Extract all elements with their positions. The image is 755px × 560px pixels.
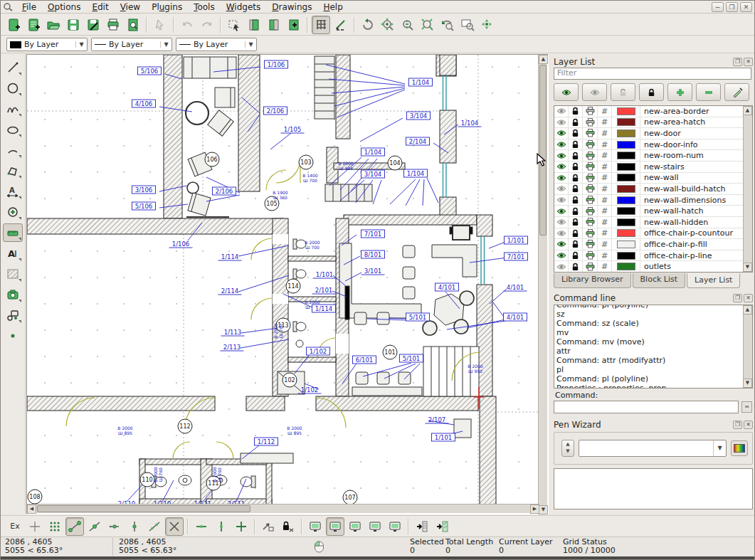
snap-dot-icon[interactable] (3, 327, 23, 345)
layer-visible-icon[interactable] (554, 162, 569, 172)
redo-icon[interactable] (198, 16, 216, 34)
zoom-in-icon[interactable] (379, 16, 397, 34)
set-relative-zero-icon[interactable] (259, 517, 278, 536)
select-window-icon[interactable] (225, 16, 243, 34)
hscroll-thumb[interactable] (37, 505, 250, 512)
block-tool-icon[interactable] (3, 306, 23, 324)
layer-row[interactable]: #new-wall-hatch (554, 206, 752, 217)
menu-tools[interactable]: Tools (188, 1, 221, 13)
layer-lock-icon[interactable] (569, 117, 583, 128)
lock-relative-zero-icon[interactable] (279, 517, 297, 536)
open-file-icon[interactable] (44, 16, 63, 34)
layer-row[interactable]: #new-wall-build-hatch (554, 184, 752, 195)
zoom-previous-icon[interactable] (438, 16, 457, 34)
layer-construction-icon[interactable]: # (598, 217, 612, 228)
restrict-vertical-icon[interactable] (212, 517, 231, 536)
float-panel-icon[interactable]: ❐ (733, 421, 742, 429)
print-preview-icon[interactable] (124, 16, 142, 34)
layer-print-icon[interactable] (583, 117, 598, 128)
modify-layer-button[interactable] (724, 83, 749, 101)
show-all-layers-button[interactable] (554, 83, 579, 101)
layer-row[interactable]: #office-chair-p-countour (554, 228, 752, 240)
layer-print-icon[interactable] (583, 228, 598, 239)
scroll-right-icon[interactable]: ▶ (530, 504, 539, 514)
maximize-window-icon[interactable]: ❐ (726, 2, 738, 12)
layer-lock-icon[interactable] (569, 217, 583, 228)
layer-row[interactable]: #new-area-hatch (554, 117, 752, 129)
new-drawing-icon[interactable] (4, 16, 23, 34)
view-grid-icon[interactable] (366, 517, 384, 536)
canvas-hscrollbar[interactable]: ◀ ▶ (27, 504, 539, 513)
scroll-down-icon[interactable]: ▼ (743, 263, 752, 272)
layer-lock-icon[interactable] (569, 261, 583, 272)
dock-command-widget-icon[interactable] (413, 517, 431, 536)
layer-construction-icon[interactable]: # (598, 173, 612, 184)
block-panel-left-icon[interactable] (245, 16, 263, 34)
layer-construction-icon[interactable]: # (598, 106, 612, 117)
view-draft-icon[interactable] (306, 517, 324, 536)
layer-construction-icon[interactable]: # (598, 184, 612, 194)
layer-visible-icon[interactable] (554, 184, 569, 194)
layer-visible-icon[interactable] (554, 150, 569, 161)
scroll-up-icon[interactable]: ▲ (743, 305, 752, 315)
new-from-template-icon[interactable] (24, 16, 43, 34)
close-panel-icon[interactable]: ✕ (744, 421, 753, 429)
layer-row[interactable]: #office-chair-p-fill (554, 239, 752, 250)
ellipse-tool-icon[interactable] (3, 120, 23, 139)
layer-print-icon[interactable] (583, 162, 598, 172)
layer-visible-icon[interactable] (554, 217, 569, 228)
layer-table-scrollbar[interactable]: ▲ ▼ (743, 106, 752, 272)
snap-free-icon[interactable] (26, 517, 44, 536)
layer-row[interactable]: #new-wall (554, 173, 752, 184)
layer-construction-icon[interactable]: # (598, 162, 612, 172)
layer-print-icon[interactable] (583, 106, 598, 117)
construction-lines-icon[interactable] (332, 16, 350, 34)
arc-tool-icon[interactable] (3, 141, 23, 159)
menu-file[interactable]: File (16, 1, 42, 13)
layer-row[interactable]: #new-door (554, 128, 752, 139)
save-as-file-icon[interactable] (84, 16, 102, 34)
scroll-down-icon[interactable]: ▼ (743, 379, 752, 388)
layer-lock-icon[interactable] (569, 150, 583, 161)
command-history[interactable]: Command: pl (polyline)szCommand: sz (sca… (554, 305, 753, 389)
layer-print-icon[interactable] (583, 173, 598, 184)
tab-library-browser[interactable]: Library Browser (554, 273, 631, 288)
canvas-vscrollbar[interactable]: ▲ ▼ (538, 55, 547, 514)
layer-visible-icon[interactable] (554, 139, 569, 150)
layer-table[interactable]: #new-area-border#new-area-hatch#new-door… (554, 105, 753, 273)
layer-construction-icon[interactable]: # (598, 139, 612, 150)
block-add-icon[interactable] (285, 16, 303, 34)
layer-visible-icon[interactable] (554, 206, 569, 216)
view-preview-icon[interactable] (386, 517, 404, 536)
exclusive-snap-icon[interactable]: Ex (6, 517, 24, 536)
layer-row[interactable]: #new-wall-dimensions (554, 195, 752, 206)
restrict-nothing-icon[interactable] (232, 517, 250, 536)
zoom-auto-icon[interactable] (418, 16, 437, 34)
zoom-pan-icon[interactable] (478, 16, 497, 34)
close-panel-icon[interactable]: ✕ (744, 294, 753, 302)
layer-filter-input[interactable]: Filter (554, 68, 751, 80)
print-icon[interactable] (104, 16, 122, 34)
layer-print-icon[interactable] (583, 139, 598, 150)
lock-all-layers-button[interactable] (639, 83, 664, 101)
layer-row[interactable]: #new-door-info (554, 139, 752, 151)
snap-center-icon[interactable] (105, 517, 124, 536)
close-panel-icon[interactable]: ✕ (744, 58, 753, 66)
line-tool-icon[interactable] (3, 58, 23, 77)
layer-print-icon[interactable] (583, 195, 598, 206)
remove-layer-button[interactable] (696, 83, 721, 101)
menu-plugins[interactable]: Plugins (146, 1, 188, 13)
layer-construction-icon[interactable]: # (598, 261, 612, 272)
menu-view[interactable]: View (115, 1, 146, 13)
snap-distance-icon[interactable] (145, 517, 164, 536)
snap-endpoint-icon[interactable] (65, 517, 84, 536)
layer-visible-icon[interactable] (554, 195, 569, 206)
layer-print-icon[interactable] (583, 206, 598, 216)
unlock-all-layers-button[interactable] (611, 83, 635, 101)
undo-icon[interactable] (178, 16, 196, 34)
add-layer-button[interactable] (667, 83, 692, 101)
layer-visible-icon[interactable] (554, 250, 569, 261)
view-quality-icon[interactable] (346, 517, 364, 536)
layer-print-icon[interactable] (583, 261, 598, 272)
layer-row[interactable]: #new-area-border (554, 106, 752, 117)
